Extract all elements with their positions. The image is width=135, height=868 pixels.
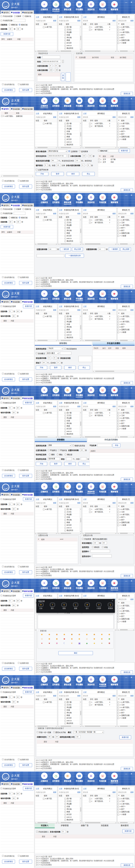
list-item[interactable]: 1A-新宁团队..3: [82, 508, 116, 510]
emoji-icon[interactable]: ☺: [40, 637, 44, 641]
list-item[interactable]: 4新宁+: [117, 34, 134, 36]
gap-from-input[interactable]: 5: [9, 310, 12, 313]
list-item[interactable]: 任丽: [58, 420, 81, 422]
list-item[interactable]: A-新宁团..: [35, 411, 57, 414]
emoji-icon[interactable]: ☀: [70, 642, 74, 645]
list-item[interactable]: 6蓝精灵全媒..: [117, 425, 134, 427]
row-checkbox-icon[interactable]: [64, 511, 66, 513]
filter-link[interactable]: 过滤: [83, 112, 86, 115]
row-checkbox-icon[interactable]: [64, 811, 66, 813]
manage-tab-0[interactable]: 欢迎新人: [35, 824, 55, 828]
search-input[interactable]: 群成员名称: [118, 116, 127, 118]
list-item[interactable]: 3A-新宁团队..: [117, 320, 134, 323]
search-input[interactable]: 群名称: [83, 694, 88, 697]
emoji-icon[interactable]: ☻: [70, 633, 74, 636]
vertical-scrollbar[interactable]: ▴▾: [80, 219, 81, 243]
row-checkbox-icon[interactable]: [117, 321, 119, 322]
list-item[interactable]: 李云鹏: [58, 417, 81, 420]
new-content-button[interactable]: 新建内容: [23, 786, 33, 790]
list-item[interactable]: 1A-新宁团队..: [117, 219, 134, 221]
filter-link[interactable]: 过滤: [83, 402, 86, 404]
minimize-button[interactable]: —: [125, 194, 127, 196]
same-msg-gap-input[interactable]: 10: [76, 735, 81, 738]
horizontal-scrollbar[interactable]: ◂▸: [35, 725, 57, 727]
list-item[interactable]: 2新宁团队软..7: [82, 510, 116, 513]
horizontal-scrollbar[interactable]: ◂▸: [82, 243, 116, 245]
list-item[interactable]: 王天生: [58, 28, 81, 31]
row-checkbox-icon[interactable]: [117, 801, 119, 802]
close-button[interactable]: ✕: [131, 580, 132, 582]
emoji-icon[interactable]: ☾: [63, 642, 66, 645]
row-checkbox-icon[interactable]: [117, 417, 119, 419]
list-item[interactable]: 李云鹏: [58, 31, 81, 34]
list-item[interactable]: AAV14: [58, 141, 81, 143]
search-input[interactable]: 外部好友名称: [59, 212, 69, 215]
rename-group-button[interactable]: 一键修改群名称: [65, 254, 84, 258]
gap-to-input[interactable]: 5: [53, 356, 56, 360]
nav-item-6[interactable]: ♚微群管理: [109, 387, 120, 397]
search-link[interactable]: 搜索: [130, 405, 134, 407]
search-link[interactable]: 搜索: [112, 694, 116, 697]
resume-button[interactable]: 继续: [64, 462, 76, 466]
nav-item-6[interactable]: ♚微群管理: [109, 773, 120, 783]
resume-button[interactable]: 继续: [67, 172, 79, 176]
filter-link[interactable]: 过滤: [36, 209, 39, 211]
row-checkbox-icon[interactable]: [89, 125, 91, 127]
sidebar-tab-auto_reply[interactable]: 自动回复: [10, 396, 21, 400]
filter-link[interactable]: 过滤: [59, 691, 62, 693]
nav-item-4[interactable]: ♻消息转发: [85, 1, 97, 11]
row-checkbox-icon[interactable]: [64, 240, 66, 242]
search-link[interactable]: 搜索: [112, 212, 116, 215]
nav-item-0[interactable]: ✳企微群发: [38, 1, 50, 11]
new-content-button[interactable]: 新建内容: [23, 401, 33, 405]
close-button[interactable]: ✕: [131, 97, 132, 100]
list-item[interactable]: 封玉珍: [58, 42, 81, 44]
sidebar-tab-new_friend[interactable]: 新好友回复: [21, 300, 34, 303]
sidebar-tab-new_friend[interactable]: 新好友回复: [21, 493, 34, 496]
content-row[interactable]: 2文字你好: [98, 161, 134, 163]
search-input[interactable]: 外部好友名称: [59, 694, 69, 697]
row-checkbox-icon[interactable]: [89, 415, 91, 416]
clear-log-button[interactable]: 清理信息: [121, 671, 133, 674]
list-item[interactable]: 1A-新宁团队..: [117, 26, 134, 28]
auto-agree-checkbox[interactable]: 自动同意好友: [2, 276, 15, 278]
nav-item-4[interactable]: ♻消息转发: [85, 97, 97, 108]
auto-agree-checkbox[interactable]: 自动同意好友: [2, 565, 15, 568]
handle-group-msg-checkbox[interactable]: 处理群消息: [18, 372, 29, 375]
gap-to-input[interactable]: 15: [17, 220, 21, 223]
row-checkbox-icon[interactable]: [64, 801, 66, 802]
manage-tab-2[interactable]: 进群广告: [75, 824, 94, 828]
list-item[interactable]: 田少春: [58, 508, 81, 510]
list-item[interactable]: A-新宁团..: [35, 701, 57, 704]
content-textarea[interactable]: [37, 615, 114, 629]
list-item[interactable]: 1A-新宁团队..3: [82, 797, 116, 800]
row-checkbox-icon[interactable]: [64, 42, 66, 44]
search-link[interactable]: 搜索: [130, 20, 134, 22]
nav-item-3[interactable]: ☎手机爆粉: [74, 194, 85, 205]
filter-link[interactable]: 过滤: [83, 498, 86, 500]
nav-item-1[interactable]: ◷定时群发: [50, 580, 62, 590]
start-wechat-button[interactable]: 启动新微信: [2, 763, 15, 767]
row-checkbox-icon[interactable]: [117, 219, 119, 221]
row-checkbox-icon[interactable]: [117, 423, 119, 424]
list-item[interactable]: 4新宁+: [117, 709, 134, 711]
search-link[interactable]: 搜索: [77, 116, 81, 118]
each-gap-input[interactable]: 10: [12, 797, 16, 800]
minimize-button[interactable]: —: [125, 483, 127, 486]
manage-tab-4[interactable]: 群关键词: [115, 824, 135, 828]
list-item[interactable]: 王天生: [58, 800, 81, 803]
stop-button[interactable]: 停止: [82, 172, 95, 176]
search-link[interactable]: 搜索: [130, 116, 134, 118]
filter-link[interactable]: 过滤: [59, 305, 62, 307]
each-gap-input[interactable]: 10: [12, 604, 16, 607]
list-item[interactable]: A-新宁团..: [35, 508, 57, 510]
list-item[interactable]: 封玉珍: [58, 524, 81, 526]
one-to-one-checkbox[interactable]: 开启一对一回复: [37, 731, 51, 733]
pull-group-button[interactable]: 一键拉群: [60, 247, 71, 251]
emoji-icon[interactable]: ☺: [85, 637, 88, 641]
start-button[interactable]: 开始: [36, 462, 47, 466]
row-checkbox-icon[interactable]: [98, 159, 100, 160]
list-item[interactable]: 7小助理: [117, 42, 134, 44]
row-checkbox-icon[interactable]: [89, 704, 91, 706]
emoji-icon[interactable]: ☻: [93, 637, 96, 641]
